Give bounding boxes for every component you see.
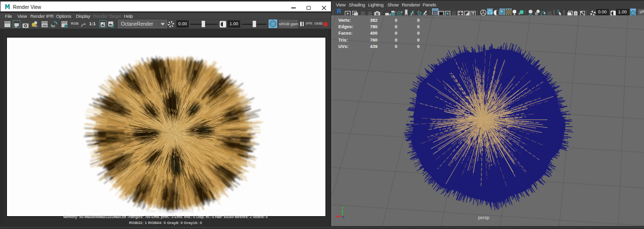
svg-text:IPR: IPR — [52, 25, 55, 28]
svg-text:Y: Y — [342, 206, 344, 210]
svg-text:IPR: IPR — [43, 24, 47, 27]
